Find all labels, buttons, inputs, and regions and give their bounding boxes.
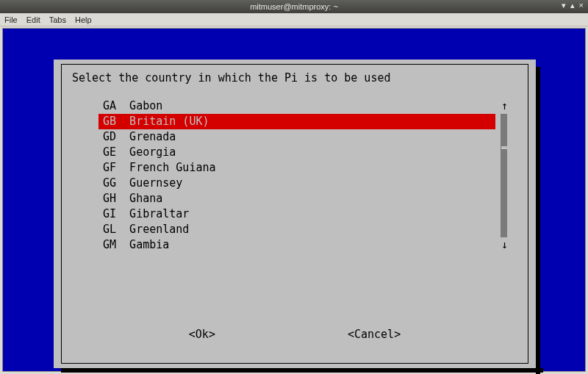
scrollbar[interactable]: ↑ ↓: [500, 98, 509, 253]
window-titlebar: mitmuser@mitmproxy: ~ ▾ ▴ ×: [0, 0, 588, 13]
country-list-item[interactable]: GM Gambia: [98, 237, 495, 253]
country-list-item[interactable]: GA Gabon: [98, 98, 495, 114]
menu-file[interactable]: File: [4, 15, 18, 24]
window-maximize-icon[interactable]: ▴: [570, 1, 576, 10]
ok-button[interactable]: <Ok>: [189, 327, 215, 342]
window-close-icon[interactable]: ×: [579, 1, 585, 10]
dialog-shadow: [536, 67, 540, 374]
window-title: mitmuser@mitmproxy: ~: [250, 2, 338, 11]
menu-bar: File Edit Tabs Help: [0, 13, 588, 26]
country-select-dialog: Select the country in which the Pi is to…: [54, 60, 536, 368]
country-list-item[interactable]: GH Ghana: [98, 191, 495, 206]
terminal-window: Select the country in which the Pi is to…: [2, 28, 586, 372]
country-listbox[interactable]: GA GabonGB Britain (UK)GD GrenadaGE Geor…: [98, 98, 495, 253]
scroll-up-icon[interactable]: ↑: [501, 98, 508, 114]
country-list-item[interactable]: GF French Guiana: [98, 160, 495, 176]
country-list-item[interactable]: GE Georgia: [98, 145, 495, 160]
window-minimize-icon[interactable]: ▾: [562, 1, 567, 10]
scroll-thumb-gap: [501, 146, 508, 149]
menu-tabs[interactable]: Tabs: [49, 15, 66, 24]
dialog-shadow: [61, 368, 543, 373]
scroll-track[interactable]: [501, 114, 507, 237]
menu-help[interactable]: Help: [75, 15, 92, 24]
dialog-border: Select the country in which the Pi is to…: [61, 64, 528, 364]
scroll-down-icon[interactable]: ↓: [501, 237, 508, 253]
country-list-item[interactable]: GI Gibraltar: [98, 206, 495, 222]
window-controls: ▾ ▴ ×: [562, 1, 585, 10]
dialog-buttons: <Ok> <Cancel>: [62, 327, 528, 342]
country-list-item[interactable]: GB Britain (UK): [98, 114, 495, 129]
dialog-prompt: Select the country in which the Pi is to…: [72, 71, 390, 86]
cancel-button[interactable]: <Cancel>: [348, 327, 401, 342]
country-list-item[interactable]: GL Greenland: [98, 222, 495, 237]
menu-edit[interactable]: Edit: [26, 15, 40, 24]
country-list-item[interactable]: GD Grenada: [98, 129, 495, 145]
country-list-item[interactable]: GG Guernsey: [98, 176, 495, 191]
